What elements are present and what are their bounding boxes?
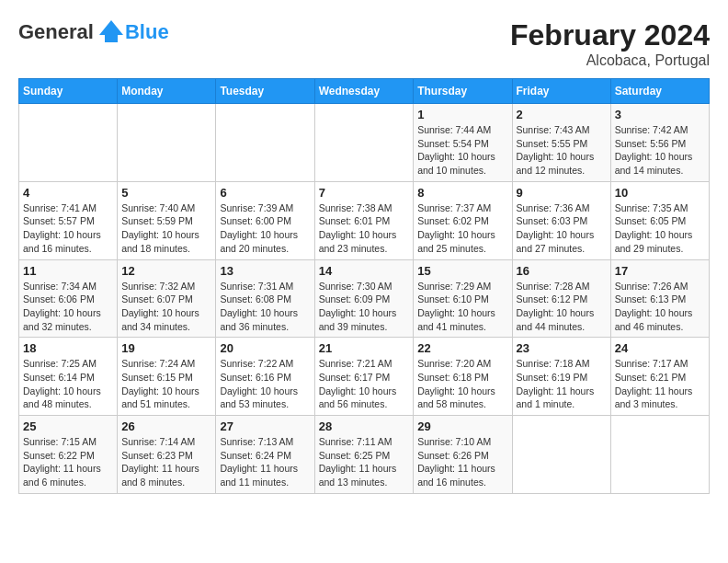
day-number: 13 <box>220 264 310 278</box>
day-number: 21 <box>319 341 410 355</box>
day-number: 20 <box>220 341 310 355</box>
calendar-cell <box>19 104 118 182</box>
day-info: Sunrise: 7:28 AM Sunset: 6:12 PM Dayligh… <box>517 280 607 334</box>
title-block: February 2024 Alcobaca, Portugal <box>510 18 710 69</box>
day-info: Sunrise: 7:34 AM Sunset: 6:06 PM Dayligh… <box>23 280 113 334</box>
calendar-cell: 2Sunrise: 7:43 AM Sunset: 5:55 PM Daylig… <box>512 104 610 182</box>
calendar-cell: 13Sunrise: 7:31 AM Sunset: 6:08 PM Dayli… <box>216 259 314 338</box>
calendar-cell: 20Sunrise: 7:22 AM Sunset: 6:16 PM Dayli… <box>216 338 314 416</box>
page-header: General Blue February 2024 Alcobaca, Por… <box>18 18 710 69</box>
day-info: Sunrise: 7:15 AM Sunset: 6:22 PM Dayligh… <box>23 435 113 489</box>
day-number: 1 <box>417 108 507 121</box>
calendar-header-saturday: Saturday <box>610 79 709 104</box>
day-number: 4 <box>23 186 113 200</box>
day-number: 14 <box>319 264 410 278</box>
calendar-cell: 4Sunrise: 7:41 AM Sunset: 5:57 PM Daylig… <box>19 181 118 259</box>
day-number: 8 <box>417 186 507 200</box>
day-info: Sunrise: 7:25 AM Sunset: 6:14 PM Dayligh… <box>23 357 113 411</box>
day-number: 27 <box>220 419 310 433</box>
day-number: 22 <box>417 341 507 355</box>
day-number: 19 <box>121 341 211 355</box>
logo-general-text: General <box>18 20 94 44</box>
calendar-cell: 19Sunrise: 7:24 AM Sunset: 6:15 PM Dayli… <box>118 338 216 416</box>
calendar-header-sunday: Sunday <box>19 79 118 104</box>
day-info: Sunrise: 7:18 AM Sunset: 6:19 PM Dayligh… <box>517 357 607 411</box>
day-number: 11 <box>23 264 113 278</box>
day-info: Sunrise: 7:17 AM Sunset: 6:21 PM Dayligh… <box>615 357 705 411</box>
day-number: 10 <box>615 186 705 200</box>
day-info: Sunrise: 7:43 AM Sunset: 5:55 PM Dayligh… <box>517 123 607 178</box>
calendar-cell: 15Sunrise: 7:29 AM Sunset: 6:10 PM Dayli… <box>414 259 512 338</box>
day-number: 26 <box>121 419 211 433</box>
logo-blue-text: Blue <box>125 20 169 44</box>
day-number: 5 <box>121 186 211 200</box>
day-number: 3 <box>615 108 705 121</box>
day-info: Sunrise: 7:44 AM Sunset: 5:54 PM Dayligh… <box>417 123 507 178</box>
day-number: 28 <box>319 419 410 433</box>
day-info: Sunrise: 7:31 AM Sunset: 6:08 PM Dayligh… <box>220 280 310 334</box>
calendar-cell <box>216 104 314 182</box>
day-info: Sunrise: 7:35 AM Sunset: 6:05 PM Dayligh… <box>615 201 705 256</box>
day-info: Sunrise: 7:20 AM Sunset: 6:18 PM Dayligh… <box>417 357 507 411</box>
calendar-header-friday: Friday <box>512 79 610 104</box>
calendar-header-wednesday: Wednesday <box>314 79 414 104</box>
day-info: Sunrise: 7:39 AM Sunset: 6:00 PM Dayligh… <box>220 201 310 256</box>
calendar-cell: 12Sunrise: 7:32 AM Sunset: 6:07 PM Dayli… <box>118 259 216 338</box>
calendar-cell: 8Sunrise: 7:37 AM Sunset: 6:02 PM Daylig… <box>414 181 512 259</box>
day-number: 16 <box>517 264 607 278</box>
calendar-cell: 9Sunrise: 7:36 AM Sunset: 6:03 PM Daylig… <box>512 181 610 259</box>
calendar-header-row: SundayMondayTuesdayWednesdayThursdayFrid… <box>19 79 710 104</box>
day-info: Sunrise: 7:36 AM Sunset: 6:03 PM Dayligh… <box>517 201 607 256</box>
calendar-cell: 26Sunrise: 7:14 AM Sunset: 6:23 PM Dayli… <box>118 416 216 494</box>
calendar-cell: 22Sunrise: 7:20 AM Sunset: 6:18 PM Dayli… <box>414 338 512 416</box>
day-number: 2 <box>517 108 607 121</box>
calendar-cell <box>314 104 414 182</box>
day-info: Sunrise: 7:42 AM Sunset: 5:56 PM Dayligh… <box>615 123 705 178</box>
calendar-cell: 27Sunrise: 7:13 AM Sunset: 6:24 PM Dayli… <box>216 416 314 494</box>
calendar-cell: 1Sunrise: 7:44 AM Sunset: 5:54 PM Daylig… <box>414 104 512 182</box>
calendar-table: SundayMondayTuesdayWednesdayThursdayFrid… <box>18 78 710 494</box>
day-number: 18 <box>23 341 113 355</box>
day-number: 23 <box>517 341 607 355</box>
calendar-week-row: 25Sunrise: 7:15 AM Sunset: 6:22 PM Dayli… <box>19 416 710 494</box>
day-info: Sunrise: 7:10 AM Sunset: 6:26 PM Dayligh… <box>417 435 507 489</box>
calendar-cell: 11Sunrise: 7:34 AM Sunset: 6:06 PM Dayli… <box>19 259 118 338</box>
day-info: Sunrise: 7:37 AM Sunset: 6:02 PM Dayligh… <box>417 201 507 256</box>
page-subtitle: Alcobaca, Portugal <box>510 52 710 69</box>
day-info: Sunrise: 7:22 AM Sunset: 6:16 PM Dayligh… <box>220 357 310 411</box>
day-number: 17 <box>615 264 705 278</box>
calendar-header-tuesday: Tuesday <box>216 79 314 104</box>
day-number: 24 <box>615 341 705 355</box>
calendar-cell: 14Sunrise: 7:30 AM Sunset: 6:09 PM Dayli… <box>314 259 414 338</box>
day-info: Sunrise: 7:11 AM Sunset: 6:25 PM Dayligh… <box>319 435 410 489</box>
calendar-cell: 10Sunrise: 7:35 AM Sunset: 6:05 PM Dayli… <box>610 181 709 259</box>
day-info: Sunrise: 7:26 AM Sunset: 6:13 PM Dayligh… <box>615 280 705 334</box>
calendar-header-monday: Monday <box>118 79 216 104</box>
calendar-cell: 28Sunrise: 7:11 AM Sunset: 6:25 PM Dayli… <box>314 416 414 494</box>
calendar-week-row: 18Sunrise: 7:25 AM Sunset: 6:14 PM Dayli… <box>19 338 710 416</box>
svg-marker-0 <box>99 20 123 35</box>
calendar-cell: 21Sunrise: 7:21 AM Sunset: 6:17 PM Dayli… <box>314 338 414 416</box>
calendar-cell: 29Sunrise: 7:10 AM Sunset: 6:26 PM Dayli… <box>414 416 512 494</box>
calendar-week-row: 4Sunrise: 7:41 AM Sunset: 5:57 PM Daylig… <box>19 181 710 259</box>
day-number: 12 <box>121 264 211 278</box>
day-info: Sunrise: 7:29 AM Sunset: 6:10 PM Dayligh… <box>417 280 507 334</box>
day-info: Sunrise: 7:32 AM Sunset: 6:07 PM Dayligh… <box>121 280 211 334</box>
calendar-cell: 5Sunrise: 7:40 AM Sunset: 5:59 PM Daylig… <box>118 181 216 259</box>
calendar-cell: 24Sunrise: 7:17 AM Sunset: 6:21 PM Dayli… <box>610 338 709 416</box>
day-info: Sunrise: 7:14 AM Sunset: 6:23 PM Dayligh… <box>121 435 211 489</box>
day-info: Sunrise: 7:30 AM Sunset: 6:09 PM Dayligh… <box>319 280 410 334</box>
calendar-cell <box>118 104 216 182</box>
calendar-header-thursday: Thursday <box>414 79 512 104</box>
calendar-cell: 25Sunrise: 7:15 AM Sunset: 6:22 PM Dayli… <box>19 416 118 494</box>
calendar-cell: 16Sunrise: 7:28 AM Sunset: 6:12 PM Dayli… <box>512 259 610 338</box>
calendar-cell <box>610 416 709 494</box>
day-info: Sunrise: 7:41 AM Sunset: 5:57 PM Dayligh… <box>23 201 113 256</box>
svg-rect-1 <box>105 35 118 42</box>
day-number: 15 <box>417 264 507 278</box>
page-title: February 2024 <box>510 18 710 52</box>
day-info: Sunrise: 7:40 AM Sunset: 5:59 PM Dayligh… <box>121 201 211 256</box>
day-info: Sunrise: 7:38 AM Sunset: 6:01 PM Dayligh… <box>319 201 410 256</box>
day-number: 25 <box>23 419 113 433</box>
calendar-week-row: 1Sunrise: 7:44 AM Sunset: 5:54 PM Daylig… <box>19 104 710 182</box>
